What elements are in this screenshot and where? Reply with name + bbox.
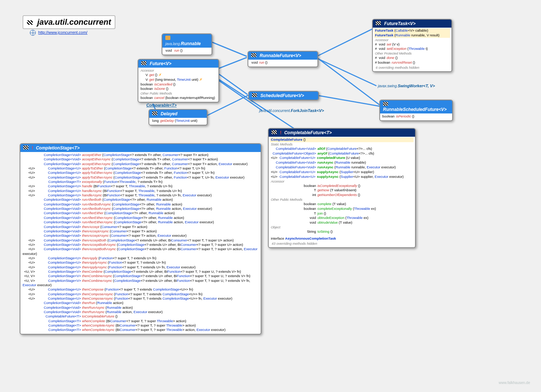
delayed-getdelay: longgetDelay (TimeUnit unit) bbox=[151, 119, 205, 123]
cs-method-thenComposeAsync-30: <U> CompletionStage<U> thenComposeAsync … bbox=[22, 296, 259, 301]
cs-method-thenAcceptBothAsync-20: <U> CompletionStage<Void> thenAcceptBoth… bbox=[22, 243, 259, 247]
future-iscancelled: booleanisCancelled () bbox=[140, 82, 217, 87]
cs-method-exceptionally-6: CompletionStage<T> exceptionally (Functi… bbox=[22, 180, 259, 184]
cf-iscompletedex: booleanisCompletedExceptionally () bbox=[270, 184, 414, 188]
cs-method-thenRun-31: CompletionStage<Void> thenRun (Runnable … bbox=[22, 301, 259, 305]
box-completablefuture: ! CompletableFuture<T> CompletableFuture… bbox=[268, 128, 416, 248]
completionstage-name: CompletionStage bbox=[36, 145, 72, 151]
checkered-flag-icon bbox=[152, 111, 157, 115]
box-completionstage: ! CompletionStage<T> CompletionStage<Voi… bbox=[20, 143, 261, 335]
cs-method-thenCombine-25: <U, V> CompletionStage<V> thenCombine (C… bbox=[22, 269, 259, 274]
cs-method-runAfterEither-13: CompletionStage<Void> runAfterEither (Co… bbox=[22, 211, 259, 215]
delayed-name: Delayed bbox=[161, 111, 177, 116]
svg-line-0 bbox=[211, 42, 247, 56]
checkered-flag-icon bbox=[23, 145, 28, 149]
cs-method-thenCombineAsync-26: <U, V> CompletionStage<V> thenCombineAsy… bbox=[22, 274, 259, 278]
box-rsf-header: RunnableScheduledFuture<V> bbox=[380, 100, 452, 113]
cs-method-thenAcceptAsync-17: CompletionStage<Void> thenAcceptAsync (C… bbox=[22, 229, 259, 233]
box-runnablefuture-header: RunnableFuture<V> bbox=[248, 52, 317, 60]
cs-method-handleAsync-8: <U> CompletionStage<U> handleAsync (BiFu… bbox=[22, 189, 259, 193]
completablefuture-name: CompletableFuture bbox=[284, 130, 324, 135]
cs-method-applyToEitherAsync-5: <U> CompletionStage<U> applyToEitherAsyn… bbox=[22, 175, 259, 180]
future-isdone: booleanisDone () bbox=[140, 87, 217, 91]
box-scheduledfuture: ScheduledFuture<V> bbox=[248, 91, 319, 100]
cf-join: Tjoin () bbox=[270, 211, 414, 216]
completionstage-body: CompletionStage<Void> acceptEither (Comp… bbox=[20, 152, 261, 334]
cs-method-thenComposeAsync-29: <U> CompletionStage<U> thenComposeAsync … bbox=[22, 292, 259, 296]
cs-method-handleAsync-9: <U> CompletionStage<U> handleAsync (BiFu… bbox=[22, 193, 259, 197]
cf-runasync2: CompletableFuture<Void>runAsync (Runnabl… bbox=[270, 165, 414, 170]
scheduledfuture-name: ScheduledFuture bbox=[260, 93, 296, 98]
checkered-flag-icon bbox=[272, 130, 277, 134]
page-footer: www.falkhausen.de bbox=[499, 381, 530, 385]
ref-forkjointask: java.util.concurrent.ForkJoinTask<V> bbox=[259, 108, 324, 113]
svg-line-6 bbox=[317, 95, 379, 106]
runnablefuture-run: voidrun () bbox=[250, 60, 316, 65]
globe-icon bbox=[30, 30, 36, 36]
futuretask-done: # voiddone () bbox=[374, 56, 450, 60]
cf-getdeps: intgetNumberOfDependents () bbox=[270, 193, 414, 197]
box-runnable-header: java.lang.Runnable bbox=[162, 34, 212, 48]
cs-method-whenCompleteAsync-37: CompletionStage<T> whenCompleteAsync (Bi… bbox=[22, 328, 259, 332]
cf-hidden-note: 43 overriding methods hidden bbox=[270, 241, 414, 246]
cf-tostring: StringtoString () bbox=[270, 229, 414, 234]
cf-completedfuture: <U> CompletableFuture<U>completedFuture … bbox=[270, 156, 414, 160]
box-completablefuture-header: ! CompletableFuture<T> bbox=[269, 129, 415, 137]
ref-comparable: Comparable<T> bbox=[146, 103, 177, 107]
checkered-flag-icon bbox=[251, 53, 256, 57]
futuretask-hidden-note: 6 overriding methods hidden bbox=[374, 65, 450, 70]
rsf-name: RunnableScheduledFuture bbox=[383, 107, 439, 112]
cs-method-handle-7: <U> CompletionStage<U> handle (BiFunctio… bbox=[22, 184, 259, 188]
site-url[interactable]: http://www.jconcurrent.com/ bbox=[38, 30, 87, 35]
cf-obtrudeex: voidobtrudeException (Throwable ex) bbox=[270, 216, 414, 220]
future-get: Vget () ✗ bbox=[140, 73, 217, 77]
futuretask-runandreset: # booleanrunAndReset () bbox=[374, 60, 450, 65]
page-title-text: java.util.concurrent bbox=[37, 17, 111, 27]
checkered-flag-icon bbox=[252, 93, 257, 97]
cs-method-thenAcceptBothAsync-21: <U> CompletionStage<Void> thenAcceptBoth… bbox=[22, 247, 259, 256]
svg-line-8 bbox=[217, 78, 302, 134]
page-title: java.util.concurrent bbox=[23, 15, 115, 29]
section-other: Other Public Methods bbox=[140, 91, 217, 96]
svg-line-5 bbox=[317, 58, 376, 86]
cs-method-thenRunAsync-32: CompletionStage<Void> thenRunAsync (Runn… bbox=[22, 305, 259, 310]
cs-method-runAfterBothAsync-12: CompletionStage<Void> runAfterBothAsync … bbox=[22, 207, 259, 211]
checkered-flag-icon bbox=[27, 20, 33, 25]
cs-method-thenCombineAsync-27: <U, V> CompletionStage<V> thenCombineAsy… bbox=[22, 279, 259, 288]
cs-method-acceptEitherAsync-1: CompletionStage<Void> acceptEitherAsync … bbox=[22, 157, 259, 161]
cf-complete: booleancomplete (T value) bbox=[270, 202, 414, 207]
svg-line-4 bbox=[317, 57, 379, 105]
cs-method-thenApply-22: <U> CompletionStage<U> thenApply (Functi… bbox=[22, 256, 259, 260]
box-futuretask: FutureTask<V> FutureTask (Callable<V> ca… bbox=[372, 19, 452, 72]
cs-method-whenComplete-35: CompletionStage<T> whenComplete (BiConsu… bbox=[22, 319, 259, 323]
future-tparam: <V> bbox=[163, 61, 171, 66]
cs-method-thenAcceptAsync-18: CompletionStage<Void> thenAcceptAsync (C… bbox=[22, 233, 259, 238]
cf-runasync1: CompletableFuture<Void>runAsync (Runnabl… bbox=[270, 160, 414, 165]
cf-getnow: TgetNow (T valueIfAbsent) bbox=[270, 188, 414, 193]
box-runnablescheduledfuture: RunnableScheduledFuture<V> booleanisPeri… bbox=[379, 100, 453, 121]
cs-method-whenCompleteAsync-36: CompletionStage<T> whenCompleteAsync (Bi… bbox=[22, 323, 259, 328]
futuretask-setexception: # voidsetException (Throwable t) bbox=[374, 47, 450, 51]
future-name: Future bbox=[150, 61, 163, 66]
futuretask-set: # voidset (V v) bbox=[374, 42, 450, 47]
futuretask-ctor1: FutureTask (Callable<V> callable) bbox=[374, 28, 450, 33]
checkered-flag-icon bbox=[376, 21, 381, 25]
cs-method-applyToEitherAsync-4: <U> CompletionStage<U> applyToEitherAsyn… bbox=[22, 171, 259, 175]
runnable-pkg: java.lang. bbox=[165, 42, 181, 46]
cs-method-thenApplyAsync-24: <U> CompletionStage<U> thenApplyAsync (F… bbox=[22, 265, 259, 269]
box-futuretask-header: FutureTask<V> bbox=[373, 20, 451, 28]
cf-ctor: CompletableFuture () bbox=[270, 137, 414, 142]
cs-method-applyToEither-3: <U> CompletionStage<U> applyToEither (Co… bbox=[22, 166, 259, 171]
cs-method-thenApplyAsync-23: <U> CompletionStage<U> thenApplyAsync (F… bbox=[22, 260, 259, 265]
runnable-name: Runnable bbox=[181, 41, 201, 46]
box-scheduledfuture-header: ScheduledFuture<V> bbox=[249, 92, 318, 100]
runnable-method-run: void run () bbox=[164, 48, 210, 53]
box-future-header: Future<V> bbox=[138, 60, 218, 68]
checkered-flag-icon bbox=[383, 102, 388, 106]
svg-line-1 bbox=[217, 57, 247, 69]
box-completionstage-header: ! CompletionStage<T> bbox=[20, 144, 261, 152]
cs-method-acceptEitherAsync-2: CompletionStage<Void> acceptEitherAsync … bbox=[22, 162, 259, 166]
svg-line-3 bbox=[317, 29, 372, 56]
cs-method-runAfterEitherAsync-15: CompletionStage<Void> runAfterEitherAsyn… bbox=[22, 220, 259, 224]
futuretask-ctor2: FutureTask (Runnable runnable, V result) bbox=[374, 33, 450, 38]
